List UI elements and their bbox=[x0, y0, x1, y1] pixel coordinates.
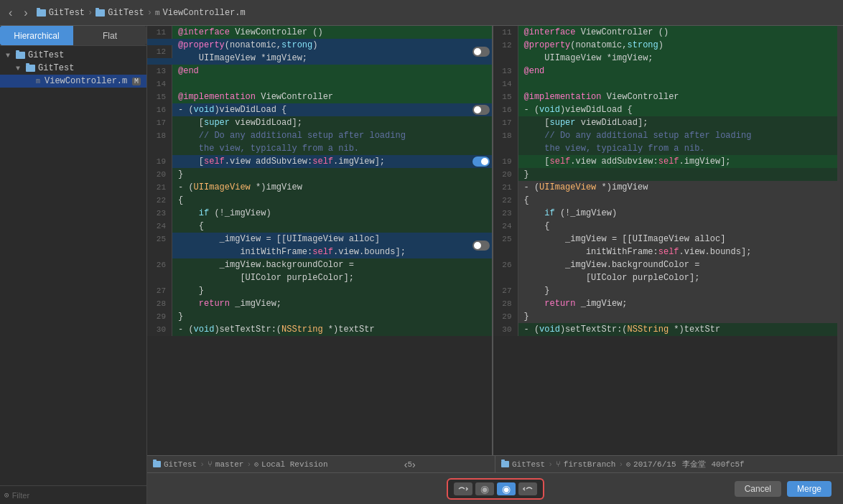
toggle-btn-19[interactable] bbox=[470, 155, 492, 168]
table-row: 24 { bbox=[493, 220, 838, 233]
toggle-btn-12[interactable] bbox=[470, 47, 492, 57]
table-row: 25 _imgView = [[UIImageView alloc] initW… bbox=[147, 233, 492, 258]
toggle-area bbox=[470, 258, 492, 284]
file-icon: m bbox=[155, 9, 160, 17]
table-row: 14 bbox=[147, 78, 492, 90]
toggle-area bbox=[470, 181, 492, 194]
sidebar: Hierarchical Flat ▼ GitTest ▼ GitTest m … bbox=[0, 26, 147, 504]
sidebar-filter: ⊙ bbox=[0, 485, 146, 504]
tree-arrow-sub: ▼ bbox=[16, 65, 23, 73]
tree-item-viewcontroller[interactable]: m ViewController.m M bbox=[0, 75, 146, 88]
line-number: 27 bbox=[493, 284, 518, 297]
table-row: 21 - (UIImageView *)imgView bbox=[147, 181, 492, 194]
breadcrumb-item-3[interactable]: ViewController.m bbox=[163, 8, 246, 18]
table-row: 21 - (UIImageView *)imgView bbox=[493, 181, 838, 194]
toggle-switch[interactable] bbox=[472, 105, 490, 115]
breadcrumb-sep-1: › bbox=[88, 8, 93, 18]
line-content: } bbox=[518, 310, 838, 323]
filter-input[interactable] bbox=[12, 491, 142, 500]
line-content: [super viewDidLoad]; bbox=[518, 116, 838, 129]
cancel-button[interactable]: Cancel bbox=[735, 481, 781, 497]
toggle-area bbox=[470, 310, 492, 323]
toggle-switch[interactable] bbox=[472, 157, 490, 167]
tree-item-gittest-root[interactable]: ▼ GitTest bbox=[0, 49, 146, 62]
table-row: 16 - (void)viewDidLoad { bbox=[493, 103, 838, 116]
footer-actions: Cancel Merge bbox=[735, 481, 832, 497]
line-content: } bbox=[172, 168, 470, 181]
folder-icon-sub bbox=[26, 65, 35, 72]
table-row: 28 return _imgView; bbox=[147, 297, 492, 310]
scrollbar-right[interactable] bbox=[837, 26, 843, 455]
table-row: 16 - (void)viewDidLoad { bbox=[147, 103, 492, 116]
status-bars: GitTest › ⑂ master › ⊙ Local Revision ‹ … bbox=[147, 455, 843, 472]
table-row: 12 @property(nonatomic,strong) UIImageVi… bbox=[493, 39, 838, 65]
breadcrumb: GitTest › GitTest › m ViewController.m bbox=[37, 8, 246, 18]
toggle-area bbox=[470, 26, 492, 39]
status-sep: › bbox=[200, 460, 205, 469]
table-row: 19 [self.view addSubview:self.imgView]; bbox=[147, 155, 492, 168]
line-content: { bbox=[518, 220, 838, 233]
line-content: @property(nonatomic,strong) UIImageView … bbox=[518, 39, 838, 65]
table-row: 22 { bbox=[493, 194, 838, 207]
line-content: @interface ViewController () bbox=[518, 26, 838, 39]
folder-icon-status-left bbox=[153, 461, 161, 467]
line-number: 29 bbox=[147, 310, 172, 323]
diff-panes: 11 @interface ViewController () 12 @prop… bbox=[147, 26, 843, 455]
line-content: [self.view addSubview:self.imgView]; bbox=[518, 155, 838, 168]
breadcrumb-sep-2: › bbox=[147, 8, 152, 18]
top-toolbar: ‹ › GitTest › GitTest › m ViewController… bbox=[0, 0, 843, 26]
line-number: 12 bbox=[147, 45, 172, 58]
link-icon-2 bbox=[522, 485, 534, 493]
line-number: 27 bbox=[147, 284, 172, 297]
toggle-btn-25[interactable] bbox=[470, 233, 492, 258]
line-number: 20 bbox=[493, 168, 518, 181]
table-row: 12 @property(nonatomic,strong) UIImageVi… bbox=[147, 39, 492, 65]
toggle-btn-16[interactable] bbox=[470, 103, 492, 116]
breadcrumb-item-2[interactable]: GitTest bbox=[108, 8, 144, 18]
status-right-author: 李金堂 bbox=[682, 459, 706, 470]
line-number: 24 bbox=[147, 220, 172, 233]
line-content: [self.view addSubview:self.imgView]; bbox=[172, 155, 470, 168]
line-number: 18 bbox=[147, 129, 172, 155]
merge-button[interactable]: Merge bbox=[787, 481, 832, 497]
line-content: - (void)viewDidLoad { bbox=[518, 103, 838, 116]
table-row: 29 } bbox=[147, 310, 492, 323]
toggle-switch[interactable] bbox=[472, 241, 490, 251]
line-number: 15 bbox=[493, 90, 518, 103]
line-number: 16 bbox=[147, 103, 172, 116]
line-content: } bbox=[518, 168, 838, 181]
file-type-icon: m bbox=[36, 78, 40, 85]
tab-flat[interactable]: Flat bbox=[73, 26, 146, 45]
eye-on-icon: ◉ bbox=[502, 483, 511, 495]
status-right-folder: GitTest bbox=[512, 460, 545, 469]
diff-pane-left[interactable]: 11 @interface ViewController () 12 @prop… bbox=[147, 26, 493, 455]
merge-icon-btn-2[interactable]: ◉ bbox=[475, 482, 494, 495]
table-row: 29 } bbox=[493, 310, 838, 323]
nav-forward-button[interactable]: › bbox=[21, 5, 30, 21]
toggle-switch[interactable] bbox=[472, 47, 490, 57]
table-row: 30 - (void)setTextStr:(NSString *)textSt… bbox=[493, 323, 838, 336]
line-content: @implementation ViewController bbox=[518, 90, 838, 103]
line-content: // Do any additional setup after loading… bbox=[172, 129, 470, 155]
tab-hierarchical[interactable]: Hierarchical bbox=[0, 26, 73, 45]
line-content: } bbox=[172, 310, 470, 323]
nav-back-button[interactable]: ‹ bbox=[6, 5, 15, 21]
diff-pane-right[interactable]: 11 @interface ViewController () 12 @prop… bbox=[493, 26, 838, 455]
line-content bbox=[518, 78, 838, 90]
tree-item-gittest-sub[interactable]: ▼ GitTest bbox=[0, 62, 146, 75]
line-content: - (UIImageView *)imgView bbox=[518, 181, 838, 194]
toggle-area bbox=[470, 207, 492, 220]
folder-icon-root bbox=[16, 52, 25, 59]
table-row: 11 @interface ViewController () bbox=[147, 26, 492, 39]
next-change-btn[interactable]: › bbox=[412, 459, 416, 470]
breadcrumb-item-1[interactable]: GitTest bbox=[49, 8, 85, 18]
line-content: - (void)setTextStr:(NSString *)textStr bbox=[172, 323, 470, 336]
breadcrumb-folder-icon-1 bbox=[37, 9, 46, 17]
line-number: 25 bbox=[493, 233, 518, 258]
merge-icon-btn-4[interactable] bbox=[518, 482, 537, 495]
line-content: if (!_imgView) bbox=[172, 207, 470, 220]
merge-icon-btn-1[interactable] bbox=[454, 482, 472, 495]
merge-icon-btn-3[interactable]: ◉ bbox=[497, 482, 516, 495]
line-number: 17 bbox=[493, 116, 518, 129]
line-number: 11 bbox=[147, 26, 172, 39]
